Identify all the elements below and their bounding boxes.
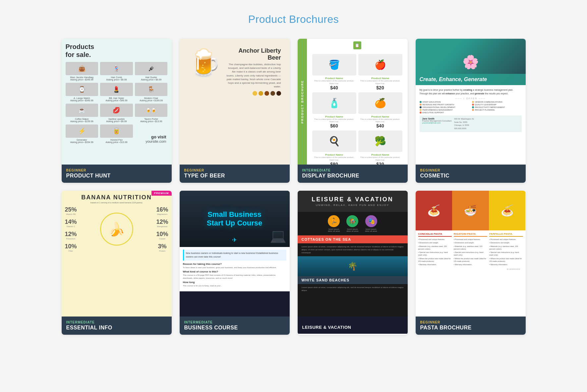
cosmetic-services-grid: STAFF EDUCATION VENDOR COMMUNICATIONS RE… <box>420 101 522 114</box>
card-title: COSMETIC <box>420 173 521 179</box>
contact-name: Jane Smith <box>422 118 452 120</box>
color-swatch <box>264 91 269 96</box>
card-cosmetic[interactable]: 🌸 Create, Enhance, Generate My goal is t… <box>416 39 526 183</box>
business-answer: To learn ideas to start your business, g… <box>183 266 286 269</box>
card-title: PASTA BROCHURE <box>420 325 521 331</box>
beer-mug-icon: 🍺 <box>188 47 221 78</box>
stat-label: Vitamin B6 <box>65 213 77 215</box>
card-title: DISPLAY BROCHURE <box>302 173 403 179</box>
ph-item-img: 🪮 <box>135 62 168 75</box>
business-intro: New business owners or Individuals looki… <box>183 250 286 261</box>
card-product-hunt[interactable]: Productsfor sale. 👜 Marc Jacobs Handbag … <box>62 39 172 183</box>
stat-label: Magnesium <box>156 213 168 215</box>
leisure-section-cottages: COTTAGES ON THE SEA Lorem ipsum dolor si… <box>298 235 408 256</box>
service-item: ORGANIZATIONAL DEVELOPMENT <box>420 106 469 108</box>
service-item: STAFF EDUCATION <box>420 101 469 103</box>
cosmetic-content: 🌸 Create, Enhance, Generate My goal is t… <box>416 39 526 165</box>
stat-item: 12% Potassium <box>65 231 77 240</box>
product-price: $80 <box>312 162 356 165</box>
leisure-icon-label: lorem ipsumdolor sit amet <box>365 228 377 232</box>
business-question: How long <box>183 281 286 284</box>
card-banana-nutrition[interactable]: PREMIUM BANANA NUTRITION based on 1 serv… <box>62 191 172 335</box>
stat-pct: 14% <box>65 219 77 225</box>
product-price: $40 <box>312 85 356 90</box>
pasta-body: CONCIGLIA PASTA Processed and unique fea… <box>416 230 526 273</box>
card-level: BEGINNER <box>184 169 285 172</box>
contact-address: 555 W. Washington St.Suite No. 5555Chica… <box>454 118 474 130</box>
card-display-brochure[interactable]: Product Brochure 📋 🪣 Product Name This i… <box>298 39 408 183</box>
product-price: $20 <box>358 162 402 165</box>
ph-item-price: Asking price • $349.99 <box>66 99 98 102</box>
pasta-columns-grid: CONCIGLIA PASTA Processed and unique fea… <box>418 232 523 267</box>
premium-badge: PREMIUM <box>151 191 172 196</box>
service-dot <box>420 101 422 103</box>
card-title: PRODUCT HUNT <box>66 173 167 179</box>
business-answer: This course is a 56-page PDF that consis… <box>183 274 286 279</box>
ph-item-name: Hair Comb <box>100 76 133 78</box>
card-title: BUSINESS COURSE <box>184 325 285 331</box>
leisure-section-beaches: WHITE SAND BEACHES Lorem ipsum dolor sit… <box>298 276 408 294</box>
list-item: 🍊 Product Name This is a description of … <box>358 92 402 129</box>
leisure-section-text: Lorem ipsum dolor sit amet, consectetur … <box>302 286 404 292</box>
pasta-hero-images: 🍝 🍜 🍝 <box>416 191 526 230</box>
list-item: Special care instructions (e.g. hand was… <box>418 251 452 257</box>
pasta-column-conciglia: CONCIGLIA PASTA Processed and unique fea… <box>418 232 452 267</box>
leisure-section-body: Lorem ipsum dolor sit amet, consectetur … <box>298 284 408 294</box>
list-item: 💄 BB. Hair Styler Asking price • $49.99 <box>100 83 133 102</box>
product-img: 🍎 <box>358 54 402 75</box>
service-item: REVENUE AND PROFIT GROWTH <box>420 104 469 106</box>
ph-item-price: Asking price • $189.99 <box>135 99 168 102</box>
list-item: Materials (e.g. stainless steel, 100 per… <box>418 245 452 251</box>
product-img: 🥦 <box>358 130 402 152</box>
stat-pct: 12% <box>65 231 77 238</box>
business-body: New business owners or Individuals looki… <box>180 247 290 291</box>
beer-color-swatches <box>225 91 281 96</box>
brochures-grid: Productsfor sale. 👜 Marc Jacobs Handbag … <box>62 39 526 335</box>
list-item: 🪣 Product Name This is a description of … <box>312 54 356 90</box>
service-item: PERFORMANCE MANAGEMENT <box>420 109 469 111</box>
ph-visit: go visit yoursite.com <box>135 124 168 143</box>
card-leisure-vacation[interactable]: LEISURE & VACATION UNWIND, RELAX, HAVE F… <box>298 191 408 335</box>
list-item: 🍺🍺 Tavern Porter Asking price • $13.99 <box>135 104 168 122</box>
leisure-icons-row: 🏃 lorem ipsumdolor sit amet 🏇 lorem ipsu… <box>298 212 408 235</box>
ph-item-name: A. Lange Watch <box>66 97 98 99</box>
leisure-icon-label: lorem ipsumdolor sit amet <box>328 228 340 232</box>
business-question: What kind of course is this? <box>183 270 286 273</box>
display-logo: 📋 <box>353 41 361 49</box>
product-price: $40 <box>358 123 402 128</box>
leisure-subtitle: UNWIND, RELAX, HAVE FUN AND ENJOY <box>303 204 402 207</box>
product-hunt-content: Productsfor sale. 👜 Marc Jacobs Handbag … <box>62 39 172 165</box>
service-dot <box>420 106 422 108</box>
card-business-course[interactable]: 💻 Small BusinessStart Up Course ✈ New bu… <box>180 191 290 335</box>
list-item: Dimensions and weight. <box>489 241 523 244</box>
stat-pct: 16% <box>156 206 168 213</box>
list-item: Materials (e.g. stainless steel, 100 per… <box>454 245 487 251</box>
cosmetic-hero: 🌸 Create, Enhance, Generate <box>416 39 526 85</box>
leisure-icon-label: lorem ipsumdolor sit amet <box>346 228 358 232</box>
beach-image: 🌴 <box>298 256 408 276</box>
ph-grid: 👜 Marc Jacobs Handbag Asking price • $34… <box>66 62 168 143</box>
list-item: Materials (e.g. stainless steel, 100 per… <box>489 245 523 251</box>
product-name: Product Name <box>358 77 402 80</box>
list-item: Dimensions and weight. <box>454 241 487 244</box>
venngage-logo: ⊞ VENNGAGE <box>418 267 523 271</box>
beer-desc: The champagne-like bubbles, distinctive … <box>225 63 281 88</box>
list-item: 👜 Marc Jacobs Handbag Asking price • $34… <box>66 62 98 81</box>
stat-label: Fiber <box>65 250 77 252</box>
card-anchor-beer[interactable]: 🍺 Anchor Liberty Beer The champagne-like… <box>180 39 290 183</box>
product-name: Product Name <box>358 115 402 118</box>
stat-pct: 25% <box>65 206 77 213</box>
cosmetic-contact: Jane Smith Practice Management Consultan… <box>420 116 522 132</box>
leisure-content: LEISURE & VACATION UNWIND, RELAX, HAVE F… <box>298 191 408 317</box>
display-sidebar: Product Brochure <box>298 39 307 165</box>
contact-name-block: Jane Smith Practice Management Consultan… <box>422 118 452 130</box>
business-hero: 💻 Small BusinessStart Up Course ✈ <box>180 191 290 247</box>
ph-item-img: ☕ <box>66 104 98 117</box>
leisure-section-title: COTTAGES ON THE SEA <box>298 235 408 243</box>
service-dot <box>420 112 422 114</box>
stat-label: Potassium <box>65 238 77 240</box>
cosmetic-hero-overlay: Create, Enhance, Generate <box>416 74 526 85</box>
card-footer-display: INTERMEDIATE DISPLAY BROCHURE <box>298 165 408 183</box>
card-level: INTERMEDIATE <box>184 320 285 324</box>
card-pasta-brochure[interactable]: 🍝 🍜 🍝 CONCIGLIA PASTA Processed and uniq… <box>416 191 526 335</box>
